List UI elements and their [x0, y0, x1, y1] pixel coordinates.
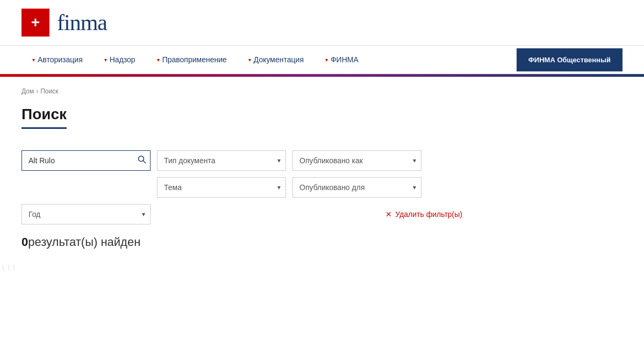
breadcrumb-current: Поиск [40, 88, 58, 95]
doc-type-select[interactable]: Тип документа [157, 150, 286, 171]
page-title: Поиск [22, 106, 67, 129]
logo-flag-icon [22, 9, 49, 37]
published-for-select[interactable]: Опубликовано для [292, 177, 421, 198]
nav-label-authorization: Авторизация [38, 55, 83, 64]
nav-label-enforcement: Правоприменение [162, 55, 227, 64]
results-count: 0результат(ы) найден [22, 235, 462, 249]
nav-item-authorization[interactable]: ▾ Авторизация [22, 46, 94, 74]
year-select-wrapper: Год ▾ [22, 204, 151, 224]
year-clear-row: Год ▾ ✕ Удалить фильтр(ы) [22, 204, 462, 224]
doc-type-select-wrapper: Тип документа ▾ [157, 150, 286, 171]
filter-row-2: Тема ▾ Опубликовано для ▾ [22, 177, 462, 198]
clear-filters-label: Удалить фильтр(ы) [395, 210, 462, 219]
published-as-select[interactable]: Опубликовано как [292, 150, 421, 171]
breadcrumb-home[interactable]: Дом [22, 88, 34, 95]
nav-bar: ▾ Авторизация ▾ Надзор ▾ Правоприменение… [0, 46, 644, 74]
nav-item-supervision[interactable]: ▾ Надзор [94, 46, 146, 74]
nav-chevron-icon-5: ▾ [325, 57, 328, 63]
clear-filters-button[interactable]: ✕ Удалить фильтр(ы) [385, 210, 462, 219]
nav-chevron-icon: ▾ [32, 57, 35, 63]
topic-select[interactable]: Тема [157, 177, 286, 198]
header: finma [0, 0, 644, 46]
breadcrumb-separator: › [36, 88, 38, 95]
nav-item-finma[interactable]: ▾ ФИНМА [314, 46, 369, 74]
svg-line-4 [144, 161, 146, 163]
nav-chevron-icon-3: ▾ [157, 57, 160, 63]
svg-line-0 [3, 265, 19, 271]
nav-item-enforcement[interactable]: ▾ Правоприменение [146, 46, 238, 74]
svg-line-2 [13, 265, 22, 271]
results-label: результат(ы) найден [28, 235, 140, 249]
topic-select-wrapper: Тема ▾ [157, 177, 286, 198]
search-button[interactable] [138, 155, 146, 166]
nav-label-finma: ФИНМА [331, 55, 359, 64]
nav-items: ▾ Авторизация ▾ Надзор ▾ Правоприменение… [22, 46, 369, 74]
search-input[interactable] [22, 150, 151, 171]
search-section: Тип документа ▾ Опубликовано как ▾ Тема [22, 150, 462, 224]
logo-text: finma [57, 10, 107, 35]
published-as-select-wrapper: Опубликовано как ▾ [292, 150, 421, 171]
breadcrumb: Дом › Поиск [22, 88, 462, 95]
nav-chevron-icon-2: ▾ [104, 57, 107, 63]
decorative-lines [0, 265, 22, 271]
main-content: Дом › Поиск Поиск [0, 77, 484, 271]
search-row-1: Тип документа ▾ Опубликовано как ▾ [22, 150, 462, 171]
published-for-select-wrapper: Опубликовано для ▾ [292, 177, 421, 198]
page-wrapper: Дом › Поиск Поиск [0, 77, 644, 271]
svg-line-1 [8, 265, 22, 271]
nav-chevron-icon-4: ▾ [248, 57, 251, 63]
year-select[interactable]: Год [22, 204, 151, 224]
results-number: 0 [22, 235, 28, 249]
clear-x-icon: ✕ [385, 210, 392, 219]
nav-label-supervision: Надзор [110, 55, 135, 64]
public-cta-button[interactable]: ФИНМА Общественный [517, 48, 622, 71]
nav-item-documentation[interactable]: ▾ Документация [238, 46, 314, 74]
logo-container: finma [22, 9, 107, 37]
search-icon [138, 155, 146, 164]
search-input-wrapper [22, 150, 151, 171]
results-section: 0результат(ы) найден [22, 235, 462, 249]
nav-label-documentation: Документация [254, 55, 304, 64]
